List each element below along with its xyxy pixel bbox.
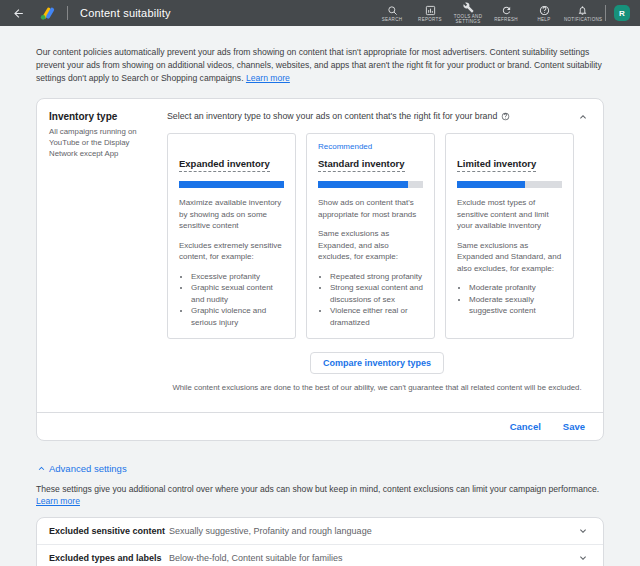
chevron-up-icon — [36, 463, 47, 474]
cancel-button[interactable]: Cancel — [510, 421, 541, 432]
option-badge — [457, 142, 562, 155]
option-description: Show ads on content that's appropriate f… — [318, 197, 423, 220]
nav-help-button[interactable]: HELP — [525, 3, 563, 24]
option-exclusions-intro: Excludes extremely sensitive content, fo… — [179, 240, 284, 263]
inventory-type-card: Inventory type All campaigns running on … — [36, 98, 604, 441]
advanced-settings-description: These settings give you additional contr… — [36, 483, 604, 507]
page-title: Content suitability — [80, 7, 171, 19]
row-excluded-sensitive-content[interactable]: Excluded sensitive content Sexually sugg… — [37, 518, 603, 545]
header-divider — [67, 6, 68, 20]
inventory-amount-bar — [318, 181, 423, 188]
inventory-options: Expanded inventory Maximize available in… — [167, 133, 587, 339]
exclusion-item: Graphic sexual content and nudity — [191, 282, 284, 305]
reports-icon — [425, 5, 436, 16]
option-card-expanded-inventory[interactable]: Expanded inventory Maximize available in… — [167, 133, 296, 339]
exclusion-item: Strong sexual content and discussions of… — [330, 282, 423, 305]
section-subtitle: All campaigns running on YouTube or the … — [49, 126, 155, 159]
option-exclusions-intro: Same exclusions as Expanded, and also ex… — [318, 228, 423, 263]
header-divider — [605, 5, 606, 21]
option-exclusion-list: Excessive profanity Graphic sexual conte… — [179, 271, 284, 329]
advanced-learn-more-link[interactable]: Learn more — [36, 496, 80, 506]
card-footer: Cancel Save — [37, 412, 603, 440]
recommended-badge: Recommended — [318, 142, 423, 155]
row-value: Sexually suggestive, Profanity and rough… — [169, 526, 577, 536]
option-description: Exclude most types of sensitive content … — [457, 197, 562, 232]
app-header: Content suitability SEARCH REPORTS TOOLS… — [0, 0, 640, 26]
inventory-type-header: Inventory type All campaigns running on … — [49, 111, 155, 392]
chevron-up-icon — [577, 111, 589, 123]
save-button[interactable]: Save — [563, 421, 585, 432]
exclusion-item: Violence either real or dramatized — [330, 305, 423, 328]
row-label: Excluded types and labels — [49, 553, 169, 563]
exclusion-item: Repeated strong profanity — [330, 271, 423, 283]
exclusion-item: Moderate sexually suggestive content — [469, 294, 562, 317]
refresh-icon — [501, 5, 512, 16]
advanced-settings-card: Excluded sensitive content Sexually sugg… — [36, 517, 604, 566]
exclusion-item: Graphic violence and serious injury — [191, 305, 284, 328]
compare-inventory-types-button[interactable]: Compare inventory types — [310, 352, 444, 374]
nav-refresh-button[interactable]: REFRESH — [487, 3, 525, 24]
collapse-section-button[interactable] — [577, 111, 589, 123]
option-badge — [179, 142, 284, 155]
inventory-amount-bar — [179, 181, 284, 188]
section-title: Inventory type — [49, 111, 155, 122]
nav-tools-settings-button[interactable]: TOOLS AND SETTINGS — [449, 0, 487, 26]
inventory-prompt: Select an inventory type to show your ad… — [167, 111, 587, 121]
option-description: Maximize available inventory by showing … — [179, 197, 284, 232]
option-title: Limited inventory — [457, 158, 536, 172]
nav-reports-button[interactable]: REPORTS — [411, 3, 449, 24]
exclusion-item: Excessive profanity — [191, 271, 284, 283]
inventory-amount-bar — [457, 181, 562, 188]
option-exclusion-list: Repeated strong profanity Strong sexual … — [318, 271, 423, 329]
option-exclusion-list: Moderate profanity Moderate sexually sug… — [457, 282, 562, 317]
wrench-icon — [463, 2, 474, 13]
search-icon — [387, 5, 398, 16]
google-ads-logo-icon — [39, 6, 55, 21]
nav-notifications-button[interactable]: NOTIFICATIONS — [563, 3, 601, 24]
advanced-settings-toggle[interactable]: Advanced settings — [36, 463, 127, 474]
exclusions-disclaimer: While content exclusions are done to the… — [167, 383, 587, 392]
option-exclusions-intro: Same exclusions as Expanded and Standard… — [457, 240, 562, 275]
row-label: Excluded sensitive content — [49, 526, 169, 536]
option-card-limited-inventory[interactable]: Limited inventory Exclude most types of … — [445, 133, 574, 339]
row-value: Below-the-fold, Content suitable for fam… — [169, 553, 577, 563]
intro-learn-more-link[interactable]: Learn more — [246, 73, 290, 83]
help-circle-icon[interactable] — [501, 112, 510, 121]
chevron-down-icon[interactable] — [577, 552, 589, 564]
option-title: Expanded inventory — [179, 158, 270, 172]
account-avatar[interactable]: R — [614, 5, 630, 21]
help-icon — [539, 5, 550, 16]
back-button[interactable] — [12, 7, 25, 20]
intro-paragraph: Our content policies automatically preve… — [36, 46, 604, 85]
exclusion-item: Moderate profanity — [469, 282, 562, 294]
option-title: Standard inventory — [318, 158, 405, 172]
option-card-standard-inventory[interactable]: Recommended Standard inventory Show ads … — [306, 133, 435, 339]
page-content: Our content policies automatically preve… — [0, 26, 640, 566]
row-excluded-types-and-labels[interactable]: Excluded types and labels Below-the-fold… — [37, 545, 603, 566]
chevron-down-icon[interactable] — [577, 525, 589, 537]
bell-icon — [577, 5, 588, 16]
back-arrow-icon — [12, 7, 25, 20]
nav-search-button[interactable]: SEARCH — [373, 3, 411, 24]
